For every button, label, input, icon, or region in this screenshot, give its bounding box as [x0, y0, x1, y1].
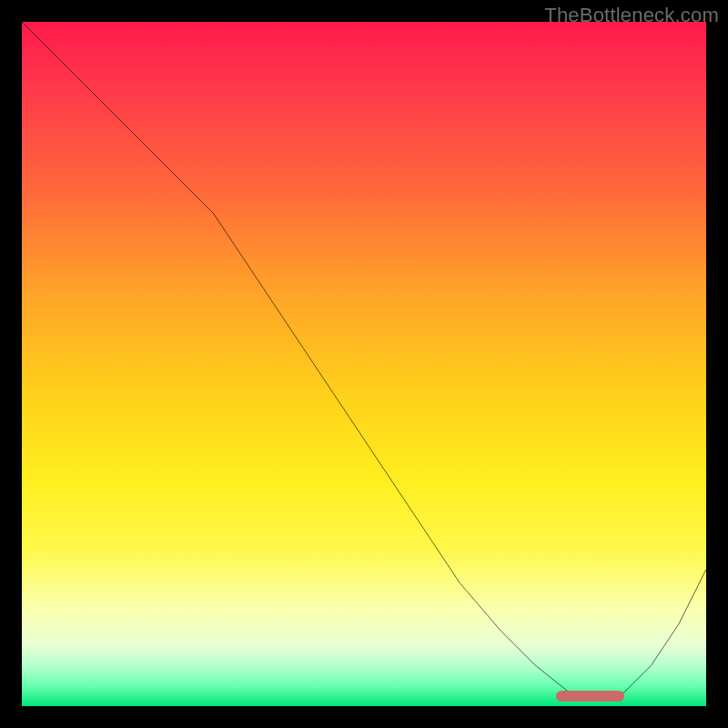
chart-frame: TheBottleneck.com [0, 0, 728, 728]
plot-area [22, 22, 706, 706]
bottleneck-curve [22, 22, 706, 706]
bottleneck-marker [556, 691, 624, 702]
watermark-text: TheBottleneck.com [544, 4, 719, 27]
